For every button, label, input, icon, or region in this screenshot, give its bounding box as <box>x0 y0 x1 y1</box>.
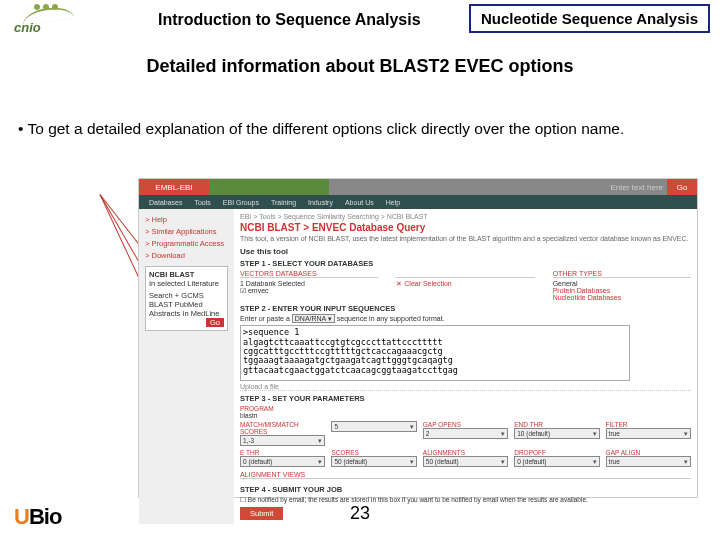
param-select[interactable]: 0 (default) <box>514 456 599 467</box>
param-label[interactable]: GAP OPENS <box>423 421 508 428</box>
bullet-text: • To get a detailed explanation of the d… <box>18 119 702 139</box>
db-other-type[interactable]: Nucleotide Databases <box>553 294 691 301</box>
param-select[interactable]: 0 (default) <box>240 456 325 467</box>
main-panel: EBI > Tools > Sequence Similarity Search… <box>234 209 697 524</box>
tab-embl[interactable]: EMBL-EBI <box>139 179 209 195</box>
nav-item[interactable]: Help <box>386 199 400 206</box>
embedded-screenshot: EMBL-EBI Enter text here Go Databases To… <box>138 178 698 498</box>
search-bar: Enter text here <box>329 179 667 195</box>
param-select[interactable]: 50 (default) <box>331 456 416 467</box>
clear-selection[interactable]: ✕ Clear Selection <box>396 280 534 288</box>
ubio-logo: UBio <box>14 504 61 530</box>
param-select[interactable]: 5 <box>331 421 416 432</box>
tab-3[interactable] <box>269 179 329 195</box>
input-type-row: Enter or paste a DNA/RNA ▾ sequence in a… <box>240 315 691 323</box>
db-checkbox[interactable]: emvec <box>248 287 269 294</box>
param-label[interactable]: GAP ALIGN <box>606 449 691 456</box>
param-label[interactable]: END THR <box>514 421 599 428</box>
step-1-heading: STEP 1 - Select your databases <box>240 259 691 268</box>
sidebar-box-heading: NCBI BLAST <box>149 270 224 279</box>
site-tabs: EMBL-EBI Enter text here Go <box>139 179 697 195</box>
param-label[interactable]: MATCH/MISMATCH SCORES <box>240 421 325 435</box>
nav-bar: Databases Tools EBI Groups Training Indu… <box>139 195 697 209</box>
nav-item[interactable]: Databases <box>149 199 182 206</box>
db-other-type[interactable]: General <box>553 280 691 287</box>
header-title: Introduction to Sequence Analysis <box>158 11 421 29</box>
nav-item[interactable]: Tools <box>194 199 210 206</box>
db-heading: OTHER TYPES <box>553 270 691 278</box>
sidebar-link-help[interactable]: > Help <box>145 215 228 224</box>
param-label[interactable]: E THR <box>240 449 325 456</box>
param-label[interactable]: DROPOFF <box>514 449 599 456</box>
sidebar-box-line: BLAST PubMed <box>149 300 224 309</box>
seq-type-select[interactable]: DNA/RNA ▾ <box>292 314 335 323</box>
use-tool-label: Use this tool <box>240 247 691 256</box>
db-other-type[interactable]: Protein Databases <box>553 287 691 294</box>
param-label[interactable]: ALIGNMENTS <box>423 449 508 456</box>
param-select[interactable]: 10 (default) <box>514 428 599 439</box>
search-placeholder[interactable]: Enter text here <box>611 183 663 192</box>
notify-text[interactable]: Be notified by email; the results are st… <box>248 496 588 503</box>
sidebar-link-download[interactable]: > Download <box>145 251 228 260</box>
db-heading: VECTORS DATABASES <box>240 270 378 278</box>
page-heading: NCBI BLAST > ENVEC Database Query <box>240 222 691 233</box>
nav-item[interactable]: Industry <box>308 199 333 206</box>
param-label[interactable]: PROGRAM <box>240 405 274 412</box>
sidebar-link-similar[interactable]: > Similar Applications <box>145 227 228 236</box>
param-label[interactable]: SCORES <box>331 449 416 456</box>
nav-item[interactable]: EBI Groups <box>223 199 259 206</box>
sidebar-link-prog[interactable]: > Programmatic Access <box>145 239 228 248</box>
cnio-logo: cnio <box>8 2 88 38</box>
cnio-logo-text: cnio <box>14 20 41 35</box>
program-select[interactable]: blastn <box>240 412 300 419</box>
sidebar: > Help > Similar Applications > Programm… <box>139 209 234 524</box>
param-label[interactable]: FILTER <box>606 421 691 428</box>
nav-item[interactable]: Training <box>271 199 296 206</box>
sidebar-box-line: Abstracts In MedLine <box>149 309 224 318</box>
page-number: 23 <box>350 503 370 524</box>
slide-title: Detailed information about BLAST2 EVEC o… <box>0 56 720 77</box>
step-4-heading: STEP 4 - Submit your job <box>240 485 691 494</box>
param-select[interactable]: 1,-3 <box>240 435 325 446</box>
sidebar-go-button[interactable]: Go <box>206 318 224 327</box>
submit-button[interactable]: Submit <box>240 507 283 520</box>
page-description: This tool, a version of NCBI BLAST, uses… <box>240 235 691 243</box>
param-select[interactable]: true <box>606 456 691 467</box>
param-select[interactable]: 50 (default) <box>423 456 508 467</box>
breadcrumb: EBI > Tools > Sequence Similarity Search… <box>240 213 691 220</box>
param-select[interactable]: 2 <box>423 428 508 439</box>
db-selected: 1 Databank Selected <box>240 280 378 287</box>
param-select[interactable]: true <box>606 428 691 439</box>
nav-item[interactable]: About Us <box>345 199 374 206</box>
upload-file[interactable]: Upload a file <box>240 383 691 391</box>
go-button[interactable]: Go <box>667 179 697 195</box>
step-2-heading: STEP 2 - Enter your input sequences <box>240 304 691 313</box>
alignment-views-heading: ALIGNMENT VIEWS <box>240 471 691 479</box>
step-3-heading: STEP 3 - Set your parameters <box>240 394 691 403</box>
tab-2[interactable] <box>209 179 269 195</box>
sequence-textarea[interactable] <box>240 325 630 381</box>
sidebar-box-line: Search + GCMS <box>149 291 224 300</box>
header-tag: Nucleotide Sequence Analysis <box>469 4 710 33</box>
sidebar-box-line: In selected Literature <box>149 279 224 288</box>
